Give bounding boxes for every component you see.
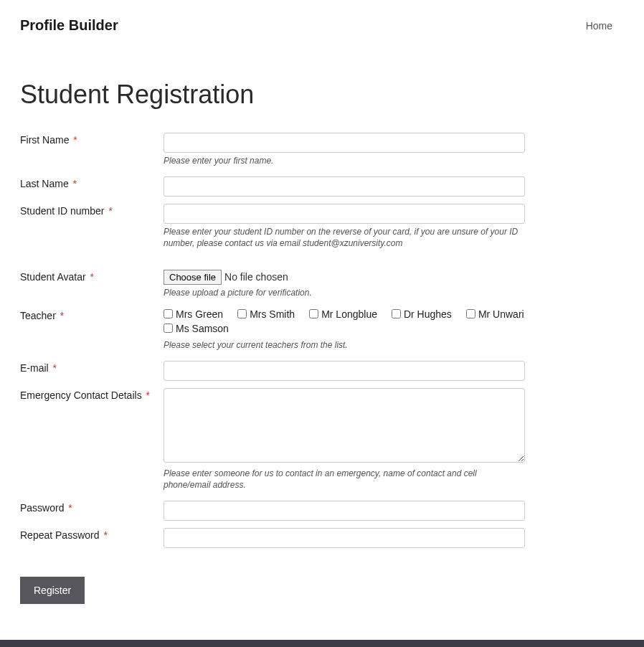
field-col — [164, 528, 525, 548]
field-col: Please enter someone for us to contact i… — [164, 388, 525, 491]
teacher-label: Ms Samson — [176, 323, 229, 334]
field-col: Mrs Green Mrs Smith Mr Longblue Dr Hughe… — [164, 308, 525, 351]
label-text: Teacher — [20, 310, 56, 321]
teacher-option[interactable]: Mrs Green — [164, 308, 223, 320]
label-student-id: Student ID number * — [20, 204, 164, 217]
label-emergency: Emergency Contact Details * — [20, 388, 164, 401]
help-teacher: Please select your current teachers from… — [164, 339, 525, 351]
label-text: Repeat Password — [20, 529, 100, 541]
label-text: E-mail — [20, 362, 49, 374]
teacher-checkbox[interactable] — [164, 324, 173, 333]
required-star: * — [53, 362, 57, 374]
student-id-input[interactable] — [164, 204, 525, 224]
choose-file-button[interactable]: Choose file — [164, 270, 222, 285]
label-text: Student Avatar — [20, 271, 86, 283]
label-repeat-password: Repeat Password * — [20, 528, 164, 541]
teacher-option[interactable]: Mr Longblue — [309, 308, 377, 320]
required-star: * — [90, 271, 93, 283]
label-teacher: Teacher * — [20, 308, 164, 321]
teacher-option[interactable]: Mr Unwari — [466, 308, 524, 320]
required-star: * — [68, 502, 72, 514]
teacher-label: Dr Hughes — [404, 308, 452, 320]
last-name-input[interactable] — [164, 176, 525, 197]
teacher-option[interactable]: Ms Samson — [164, 323, 525, 334]
teacher-checkbox[interactable] — [392, 309, 401, 318]
row-avatar: Student Avatar * Choose file No file cho… — [20, 270, 525, 298]
label-text: First Name — [20, 134, 69, 146]
emergency-textarea[interactable] — [164, 388, 525, 463]
site-title: Profile Builder — [20, 17, 118, 34]
teacher-checkbox[interactable] — [237, 309, 247, 318]
row-first-name: First Name * Please enter your first nam… — [20, 133, 525, 166]
row-emergency: Emergency Contact Details * Please enter… — [20, 388, 525, 491]
required-star: * — [146, 389, 150, 401]
register-button[interactable]: Register — [20, 577, 85, 604]
label-last-name: Last Name * — [20, 176, 164, 189]
required-star: * — [60, 310, 64, 321]
page-title: Student Registration — [20, 80, 525, 110]
row-student-id: Student ID number * Please enter your st… — [20, 204, 525, 249]
teacher-option[interactable]: Dr Hughes — [392, 308, 452, 320]
teacher-option[interactable]: Mrs Smith — [237, 308, 295, 320]
field-col: Please enter your first name. — [164, 133, 525, 166]
required-star: * — [73, 134, 77, 146]
field-col — [164, 501, 525, 521]
field-col: Please enter your student ID number on t… — [164, 204, 525, 249]
first-name-input[interactable] — [164, 133, 525, 153]
repeat-password-input[interactable] — [164, 528, 525, 548]
password-input[interactable] — [164, 501, 525, 521]
teacher-checkbox[interactable] — [309, 309, 318, 318]
required-star: * — [108, 205, 112, 217]
label-email: E-mail * — [20, 361, 164, 374]
label-text: Student ID number — [20, 205, 105, 217]
row-password: Password * — [20, 501, 525, 521]
label-text: Emergency Contact Details — [20, 389, 142, 401]
teacher-label: Mrs Green — [176, 308, 223, 320]
teacher-checkbox[interactable] — [466, 309, 475, 318]
required-star: * — [73, 178, 77, 189]
nav-home-link[interactable]: Home — [586, 20, 612, 32]
field-col: Choose file No file chosen Please upload… — [164, 270, 525, 298]
row-teacher: Teacher * Mrs Green Mrs Smith Mr Longblu… — [20, 308, 525, 351]
site-header: Profile Builder Home — [0, 0, 644, 51]
row-email: E-mail * — [20, 361, 525, 381]
teacher-checkbox[interactable] — [164, 309, 173, 318]
label-text: Password — [20, 502, 64, 514]
field-col — [164, 176, 525, 197]
label-avatar: Student Avatar * — [20, 270, 164, 283]
help-emergency: Please enter someone for us to contact i… — [164, 468, 525, 491]
email-input[interactable] — [164, 361, 525, 381]
file-status-text: No file chosen — [224, 271, 288, 283]
main-container: Student Registration First Name * Please… — [0, 80, 545, 604]
label-first-name: First Name * — [20, 133, 164, 146]
footer-bar — [0, 640, 644, 647]
file-input-wrap: Choose file No file chosen — [164, 270, 525, 285]
teacher-label: Mrs Smith — [250, 308, 295, 320]
help-avatar: Please upload a picture for verification… — [164, 287, 525, 298]
teacher-label: Mr Unwari — [478, 308, 524, 320]
teacher-label: Mr Longblue — [321, 308, 377, 320]
label-password: Password * — [20, 501, 164, 514]
help-student-id: Please enter your student ID number on t… — [164, 226, 525, 249]
help-first-name: Please enter your first name. — [164, 155, 525, 166]
label-text: Last Name — [20, 178, 69, 189]
teacher-checkbox-group: Mrs Green Mrs Smith Mr Longblue Dr Hughe… — [164, 308, 525, 337]
required-star: * — [103, 529, 107, 541]
row-repeat-password: Repeat Password * — [20, 528, 525, 548]
row-last-name: Last Name * — [20, 176, 525, 197]
field-col — [164, 361, 525, 381]
